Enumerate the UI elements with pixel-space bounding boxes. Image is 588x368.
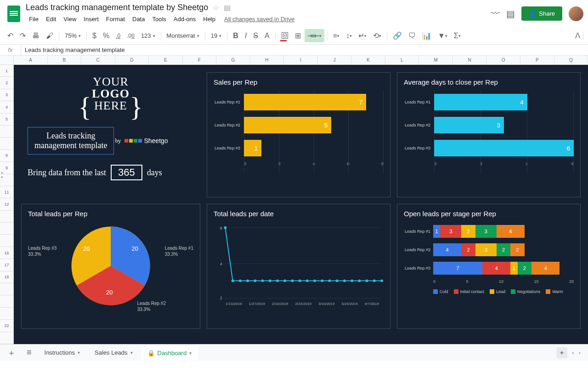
col-header[interactable]: N <box>453 56 487 64</box>
row-header[interactable] <box>0 295 13 307</box>
row-header[interactable]: 18 <box>0 271 13 283</box>
col-header[interactable]: P <box>520 56 554 64</box>
redo-button[interactable]: ↷ <box>17 29 28 42</box>
fill-color-button[interactable]: 🞖 <box>278 29 291 42</box>
col-header[interactable]: J <box>318 56 352 64</box>
share-button[interactable]: 👤 Share <box>521 6 562 21</box>
days-input[interactable]: 365 <box>111 165 142 180</box>
add-sheet-button[interactable]: ＋ <box>3 345 20 361</box>
tab-dashboard[interactable]: 🔒Dashboard ▾ <box>141 345 198 360</box>
col-header[interactable]: Q <box>554 56 588 64</box>
chart-button[interactable]: 📊 <box>419 29 434 42</box>
scroll-left-icon[interactable]: ‹ <box>572 349 574 356</box>
row-header[interactable]: 5 <box>0 114 13 126</box>
valign-button[interactable]: ↕ ▾ <box>343 29 355 42</box>
col-header[interactable]: A <box>14 56 48 64</box>
row-header[interactable]: 17 <box>0 259 13 271</box>
halign-button[interactable]: ≡ ▾ <box>330 29 342 42</box>
strike-button[interactable]: S <box>250 29 261 42</box>
comment-insert-button[interactable]: 🗨 <box>406 29 418 42</box>
col-header[interactable]: E <box>149 56 183 64</box>
bold-button[interactable]: B <box>230 29 241 42</box>
move-folder-icon[interactable]: ▤ <box>224 3 231 12</box>
row-header[interactable]: 8 <box>0 150 13 162</box>
undo-button[interactable]: ↶ <box>5 29 16 42</box>
row-header[interactable] <box>0 138 13 150</box>
zoom-select[interactable]: 75% ▾ <box>62 30 84 41</box>
menu-tools[interactable]: Tools <box>149 14 169 24</box>
menu-data[interactable]: Data <box>129 14 148 24</box>
row-header[interactable] <box>0 283 13 295</box>
collapse-toolbar-button[interactable]: ᐱ <box>572 31 583 40</box>
account-avatar[interactable] <box>569 6 583 21</box>
row-header[interactable] <box>0 308 13 320</box>
row-header[interactable]: 16 <box>0 247 13 259</box>
wrap-button[interactable]: ↵ ▾ <box>356 29 369 42</box>
row-header[interactable]: 1 <box>0 65 13 77</box>
row-group-toggle[interactable]: ▸▸ <box>1 171 3 179</box>
changes-saved-link[interactable]: All changes saved in Drive <box>224 16 294 23</box>
template-title-box[interactable]: Leads tracking management template <box>28 127 114 155</box>
col-header[interactable]: M <box>419 56 453 64</box>
functions-button[interactable]: Σ ▾ <box>451 29 464 42</box>
menu-insert[interactable]: Insert <box>80 14 102 24</box>
select-all-cell[interactable] <box>0 56 14 64</box>
row-header[interactable]: 3 <box>0 89 13 101</box>
formula-input[interactable]: Leads tracking management template <box>21 46 125 53</box>
comment-icon[interactable]: ▤ <box>506 8 515 19</box>
col-header[interactable]: H <box>250 56 284 64</box>
menu-help[interactable]: Help <box>200 14 219 24</box>
print-button[interactable]: 🖶 <box>29 29 42 42</box>
menu-addons[interactable]: Add-ons <box>170 14 199 24</box>
borders-button[interactable]: ⊞ <box>292 29 304 42</box>
sheets-logo[interactable] <box>5 5 23 23</box>
increase-decimal-button[interactable]: .00 <box>124 30 137 41</box>
svg-point-12 <box>261 279 264 282</box>
col-header[interactable]: K <box>351 56 385 64</box>
menu-format[interactable]: Format <box>103 14 128 24</box>
filter-button[interactable]: ▼ ▾ <box>435 29 450 42</box>
row-header[interactable]: 4 <box>0 101 13 113</box>
row-header[interactable] <box>0 223 13 235</box>
row-header[interactable]: 2 <box>0 77 13 89</box>
font-size-select[interactable]: 19 ▾ <box>208 30 224 41</box>
row-header[interactable] <box>0 126 13 138</box>
col-header[interactable]: O <box>486 56 520 64</box>
col-header[interactable]: F <box>183 56 217 64</box>
star-icon[interactable]: ☆ <box>213 3 219 12</box>
dashboard-canvas: { YOURLOGOHERE} Leads tracking managemen… <box>14 65 588 344</box>
tab-instructions[interactable]: Instructions ▾ <box>38 345 86 360</box>
activity-icon[interactable]: 〰 <box>491 8 500 19</box>
col-header[interactable]: D <box>115 56 149 64</box>
currency-button[interactable]: $ <box>90 29 99 42</box>
col-header[interactable]: B <box>48 56 82 64</box>
col-header[interactable]: L <box>385 56 419 64</box>
italic-button[interactable]: I <box>242 29 249 42</box>
row-header[interactable]: 12 <box>0 198 13 210</box>
doc-title[interactable]: Leads tracking management template by Sh… <box>26 3 208 12</box>
col-header[interactable]: I <box>284 56 318 64</box>
tab-sales-leads[interactable]: Sales Leads ▾ <box>88 345 139 360</box>
row-header[interactable]: 11 <box>0 186 13 198</box>
row-header[interactable] <box>0 211 13 223</box>
col-header[interactable]: C <box>81 56 115 64</box>
menu-view[interactable]: View <box>60 14 79 24</box>
explore-button[interactable]: ✦ <box>556 347 567 358</box>
scroll-right-icon[interactable]: › <box>579 349 581 356</box>
row-header[interactable]: 22 <box>0 320 13 332</box>
row-header[interactable] <box>0 332 13 344</box>
more-formats-button[interactable]: 123▾ <box>138 30 158 41</box>
font-select[interactable]: Montserrat ▾ <box>164 30 202 41</box>
percent-button[interactable]: % <box>100 29 112 42</box>
paint-format-button[interactable]: 🖌 <box>43 29 56 42</box>
all-sheets-button[interactable]: ≡ <box>22 345 36 360</box>
decrease-decimal-button[interactable]: .0 <box>113 30 123 41</box>
rotate-button[interactable]: ⟲ ▾ <box>370 29 384 42</box>
col-header[interactable]: G <box>216 56 250 64</box>
text-color-button[interactable]: A <box>262 29 272 42</box>
merge-cells-button[interactable]: ⇥⇤ ▾ <box>305 29 324 42</box>
row-header[interactable] <box>0 235 13 247</box>
menu-file[interactable]: File <box>26 14 42 24</box>
link-button[interactable]: 🔗 <box>390 29 405 42</box>
menu-edit[interactable]: Edit <box>43 14 59 24</box>
